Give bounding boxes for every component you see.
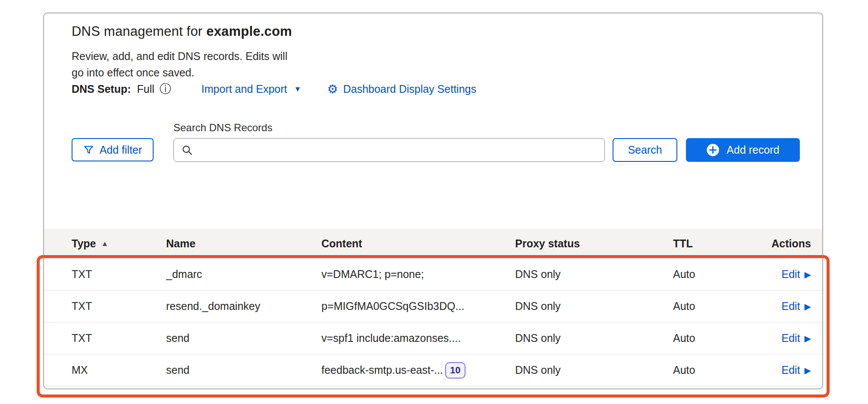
cell-type: MX <box>72 364 166 376</box>
edit-record-link[interactable]: Edit ▶ <box>782 300 811 312</box>
cell-content: v=spf1 include:amazonses.... <box>321 332 515 344</box>
cell-content-text: feedback-smtp.us-east-... <box>321 364 443 376</box>
table-row: TXT resend._domainkey p=MIGfMA0GCSqGSIb3… <box>44 290 822 322</box>
edit-label: Edit <box>782 364 800 376</box>
cell-ttl: Auto <box>673 364 760 376</box>
edit-arrow-icon: ▶ <box>805 334 811 343</box>
cell-content: feedback-smtp.us-east-... 10 <box>321 362 515 379</box>
dns-management-card: DNS management for example.com Review, a… <box>43 13 823 389</box>
subtitle-line-1: Review, add, and edit DNS records. Edits… <box>72 48 287 64</box>
cell-ttl: Auto <box>673 332 760 344</box>
subtitle-line-2: go into effect once saved. <box>72 64 287 81</box>
search-input-wrap <box>173 138 605 162</box>
plus-circle-icon <box>706 143 720 157</box>
cell-content: p=MIGfMA0GCSqGSIb3DQ... <box>321 300 515 312</box>
dashboard-display-settings-link[interactable]: ⚙ Dashboard Display Settings <box>327 83 476 95</box>
search-field-label: Search DNS Records <box>173 122 272 134</box>
page-title: DNS management for example.com <box>72 24 292 39</box>
filter-funnel-icon <box>83 145 94 155</box>
column-header-content: Content <box>321 237 515 250</box>
cell-name: resend._domainkey <box>166 300 321 312</box>
add-record-button[interactable]: Add record <box>686 138 800 162</box>
dns-records-table-body: TXT _dmarc v=DMARC1; p=none; DNS only Au… <box>44 259 822 386</box>
import-export-link[interactable]: Import and Export ▼ <box>201 83 302 95</box>
cell-content-text: v=spf1 include:amazonses.... <box>321 332 461 344</box>
mx-priority-badge: 10 <box>445 362 465 379</box>
table-row: TXT send v=spf1 include:amazonses.... DN… <box>44 322 822 354</box>
domain-name: example.com <box>206 24 292 39</box>
dns-setup-value: Full <box>137 83 154 95</box>
cell-content: v=DMARC1; p=none; <box>321 268 515 281</box>
cell-proxy-status: DNS only <box>515 300 673 312</box>
cell-actions: Edit ▶ <box>760 364 811 376</box>
cell-name: send <box>166 364 321 376</box>
cell-content-text: p=MIGfMA0GCSqGSIb3DQ... <box>321 300 464 312</box>
cell-ttl: Auto <box>673 300 760 312</box>
cell-proxy-status: DNS only <box>515 364 673 376</box>
cell-type: TXT <box>72 300 166 312</box>
column-header-name: Name <box>166 237 321 250</box>
edit-label: Edit <box>782 332 800 344</box>
page-title-prefix: DNS management for <box>72 24 206 39</box>
edit-record-link[interactable]: Edit ▶ <box>782 268 811 281</box>
edit-record-link[interactable]: Edit ▶ <box>782 364 811 376</box>
cell-actions: Edit ▶ <box>760 268 811 281</box>
edit-label: Edit <box>782 300 800 312</box>
cell-actions: Edit ▶ <box>760 300 811 312</box>
sort-ascending-icon: ▲ <box>101 240 109 248</box>
column-header-type[interactable]: Type ▲ <box>72 237 166 250</box>
cell-actions: Edit ▶ <box>760 332 811 344</box>
cell-name: _dmarc <box>166 268 321 281</box>
edit-record-link[interactable]: Edit ▶ <box>782 332 811 344</box>
edit-arrow-icon: ▶ <box>805 270 811 279</box>
cell-proxy-status: DNS only <box>515 268 673 281</box>
cell-content-text: v=DMARC1; p=none; <box>321 268 424 281</box>
table-row: TXT _dmarc v=DMARC1; p=none; DNS only Au… <box>44 259 822 290</box>
table-header-row: Type ▲ Name Content Proxy status TTL Act… <box>44 229 822 259</box>
cell-ttl: Auto <box>673 268 760 281</box>
add-filter-label: Add filter <box>100 144 142 156</box>
search-input[interactable] <box>173 138 605 162</box>
add-record-label: Add record <box>726 144 779 156</box>
edit-arrow-icon: ▶ <box>805 302 811 311</box>
cell-type: TXT <box>72 268 166 281</box>
column-header-type-label: Type <box>72 237 96 250</box>
column-header-proxy-status: Proxy status <box>515 237 673 250</box>
import-export-label: Import and Export <box>201 83 287 95</box>
gear-icon: ⚙ <box>327 83 338 95</box>
cell-name: send <box>166 332 321 344</box>
add-filter-button[interactable]: Add filter <box>72 138 154 161</box>
edit-label: Edit <box>782 268 800 281</box>
search-button-label: Search <box>628 144 662 156</box>
page-subtitle: Review, add, and edit DNS records. Edits… <box>72 48 287 81</box>
edit-arrow-icon: ▶ <box>805 366 811 375</box>
info-icon[interactable]: ⓘ <box>160 83 171 95</box>
table-row: MX send feedback-smtp.us-east-... 10 DNS… <box>44 354 822 386</box>
dashboard-display-settings-label: Dashboard Display Settings <box>343 83 476 95</box>
column-header-actions: Actions <box>760 237 811 250</box>
cell-proxy-status: DNS only <box>515 332 673 344</box>
chevron-down-icon: ▼ <box>294 85 302 94</box>
cell-type: TXT <box>72 332 166 344</box>
dns-setup-label: DNS Setup: <box>72 83 131 95</box>
dns-setup-row: DNS Setup: Full ⓘ Import and Export ▼ ⚙ … <box>72 83 476 95</box>
column-header-ttl: TTL <box>673 237 760 250</box>
search-button[interactable]: Search <box>613 138 677 162</box>
